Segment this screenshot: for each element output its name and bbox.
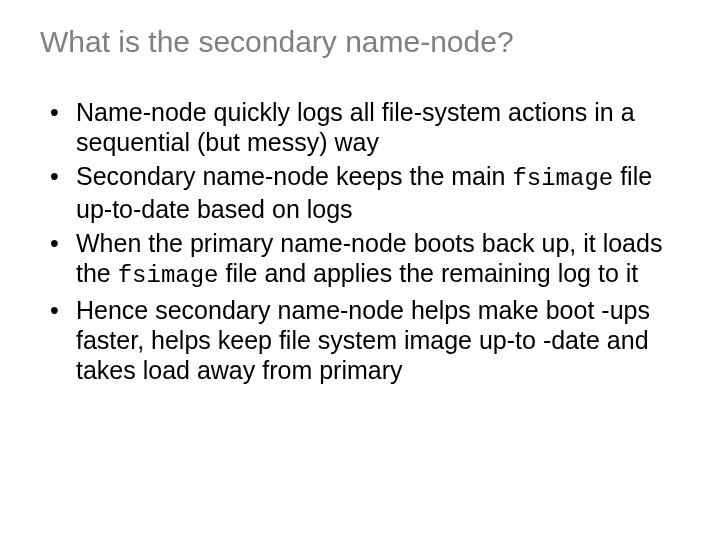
bullet-text: Hence secondary name-node helps make boo… [76, 296, 650, 384]
list-item: Name-node quickly logs all file-system a… [68, 97, 680, 157]
bullet-text-pre: Secondary name-node keeps the main [76, 162, 512, 190]
bullet-list: Name-node quickly logs all file-system a… [40, 97, 680, 385]
code-text: fsimage [512, 165, 613, 192]
list-item: When the primary name-node boots back up… [68, 228, 680, 291]
bullet-text-post: file and applies the remaining log to it [219, 259, 639, 287]
list-item: Hence secondary name-node helps make boo… [68, 295, 680, 385]
bullet-text: Name-node quickly logs all file-system a… [76, 98, 635, 156]
list-item: Secondary name-node keeps the main fsima… [68, 161, 680, 224]
code-text: fsimage [118, 262, 219, 289]
slide-title: What is the secondary name-node? [40, 25, 680, 59]
